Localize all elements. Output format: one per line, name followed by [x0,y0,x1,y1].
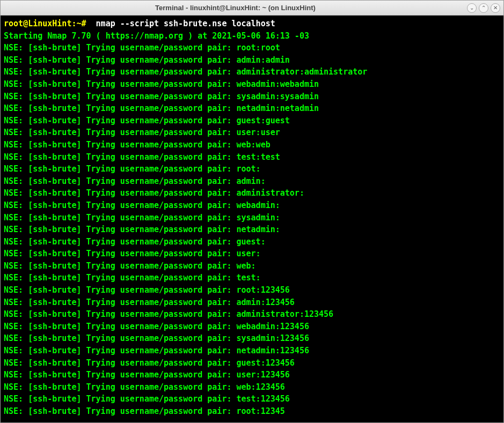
nse-line: NSE: [ssh-brute] Trying username/passwor… [4,188,304,198]
starting-line: Starting Nmap 7.70 ( https://nmap.org ) … [4,31,309,41]
nse-line: NSE: [ssh-brute] Trying username/passwor… [4,273,261,283]
prompt-path: :~# [71,19,86,28]
nse-line: NSE: [ssh-brute] Trying username/passwor… [4,128,280,137]
nse-line: NSE: [ssh-brute] Trying username/passwor… [4,79,319,89]
prompt-user-host: root@LinuxHint [4,19,71,28]
window-title: Terminal - linuxhint@LinuxHint: ~ (on Li… [4,4,467,12]
nse-line: NSE: [ssh-brute] Trying username/passwor… [4,55,290,65]
minimize-button[interactable]: ⌄ [467,3,477,13]
nse-line: NSE: [ssh-brute] Trying username/passwor… [4,237,266,247]
command-text: nmap --script ssh-brute.nse localhost [86,19,275,28]
nse-line: NSE: [ssh-brute] Trying username/passwor… [4,213,280,222]
maximize-button[interactable]: ⌃ [479,3,488,13]
nse-line: NSE: [ssh-brute] Trying username/passwor… [4,152,280,162]
nse-line: NSE: [ssh-brute] Trying username/passwor… [4,249,261,258]
nse-line: NSE: [ssh-brute] Trying username/passwor… [4,140,271,150]
nse-line: NSE: [ssh-brute] Trying username/passwor… [4,406,285,416]
titlebar[interactable]: Terminal - linuxhint@LinuxHint: ~ (on Li… [1,1,503,16]
nse-line: NSE: [ssh-brute] Trying username/passwor… [4,285,290,295]
nse-line: NSE: [ssh-brute] Trying username/passwor… [4,394,290,404]
nse-line: NSE: [ssh-brute] Trying username/passwor… [4,176,266,186]
nse-line: NSE: [ssh-brute] Trying username/passwor… [4,43,280,53]
nse-line: NSE: [ssh-brute] Trying username/passwor… [4,201,280,210]
nse-line: NSE: [ssh-brute] Trying username/passwor… [4,261,256,271]
nse-line: NSE: [ssh-brute] Trying username/passwor… [4,67,367,77]
nse-output-lines: NSE: [ssh-brute] Trying username/passwor… [4,42,500,417]
close-button[interactable]: ✕ [491,3,500,13]
nse-line: NSE: [ssh-brute] Trying username/passwor… [4,333,309,343]
nse-line: NSE: [ssh-brute] Trying username/passwor… [4,103,319,113]
maximize-icon: ⌃ [481,5,486,11]
minimize-icon: ⌄ [470,5,474,11]
nse-line: NSE: [ssh-brute] Trying username/passwor… [4,370,290,380]
nse-line: NSE: [ssh-brute] Trying username/passwor… [4,225,280,234]
close-icon: ✕ [493,5,498,11]
nse-line: NSE: [ssh-brute] Trying username/passwor… [4,382,285,392]
nse-line: NSE: [ssh-brute] Trying username/passwor… [4,346,309,355]
nse-line: NSE: [ssh-brute] Trying username/passwor… [4,298,295,307]
nse-line: NSE: [ssh-brute] Trying username/passwor… [4,309,333,319]
terminal-window: Terminal - linuxhint@LinuxHint: ~ (on Li… [0,0,504,423]
terminal-output[interactable]: root@LinuxHint:~# nmap --script ssh-brut… [1,16,503,422]
window-controls: ⌄ ⌃ ✕ [467,3,500,13]
nse-line: NSE: [ssh-brute] Trying username/passwor… [4,92,319,101]
nse-line: NSE: [ssh-brute] Trying username/passwor… [4,358,295,368]
nse-line: NSE: [ssh-brute] Trying username/passwor… [4,116,290,125]
nse-line: NSE: [ssh-brute] Trying username/passwor… [4,322,309,331]
nse-line: NSE: [ssh-brute] Trying username/passwor… [4,164,261,174]
